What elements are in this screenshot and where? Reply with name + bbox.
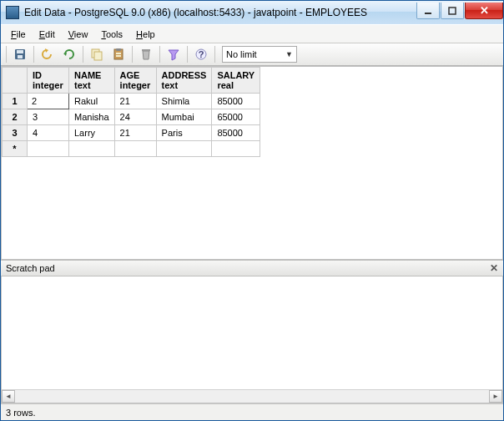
separator <box>214 46 215 63</box>
minimize-button[interactable] <box>416 3 440 19</box>
cell[interactable] <box>28 141 69 157</box>
app-icon <box>6 6 19 19</box>
limit-dropdown[interactable]: No limit ▼ <box>222 46 297 63</box>
delete-icon[interactable] <box>136 45 156 63</box>
help-icon[interactable]: ? <box>191 45 211 63</box>
paste-icon[interactable] <box>108 45 129 63</box>
refresh-icon[interactable] <box>59 45 79 63</box>
svg-text:?: ? <box>199 49 204 59</box>
separator <box>83 46 83 63</box>
toolbar: ? No limit ▼ <box>1 43 503 66</box>
cell[interactable]: Rakul <box>69 94 115 109</box>
cell[interactable]: Larry <box>69 125 115 141</box>
copy-icon[interactable] <box>87 45 107 63</box>
cell[interactable]: Paris <box>156 125 212 141</box>
scroll-track[interactable] <box>15 390 489 403</box>
titlebar[interactable]: Edit Data - PostgreSQL 9.0 (x86) (localh… <box>1 1 503 24</box>
cell[interactable]: 85000 <box>212 125 260 141</box>
separator <box>187 46 188 63</box>
cell[interactable]: 65000 <box>212 109 260 125</box>
menubar: File Edit View Tools Help <box>1 24 503 43</box>
window-title: Edit Data - PostgreSQL 9.0 (x86) (localh… <box>24 7 416 18</box>
table-row[interactable]: 2 3 Manisha 24 Mumbai 65000 <box>3 109 260 125</box>
app-window: Edit Data - PostgreSQL 9.0 (x86) (localh… <box>0 0 504 421</box>
scroll-left-icon[interactable]: ◄ <box>2 390 15 403</box>
cell[interactable]: 2 <box>28 94 69 109</box>
cell[interactable]: Mumbai <box>156 109 212 125</box>
menu-tools[interactable]: Tools <box>94 28 129 41</box>
svg-rect-10 <box>116 55 121 57</box>
svg-rect-8 <box>116 48 121 51</box>
header-row: IDinteger NAMEtext AGEinteger ADDRESStex… <box>3 68 260 94</box>
cell[interactable]: 21 <box>114 125 156 141</box>
row-number[interactable]: 3 <box>3 125 28 141</box>
menu-edit[interactable]: Edit <box>33 28 62 41</box>
col-header-age[interactable]: AGEinteger <box>114 68 156 94</box>
col-header-address[interactable]: ADDRESStext <box>156 68 212 94</box>
cell[interactable]: 85000 <box>212 94 260 109</box>
content-area: IDinteger NAMEtext AGEinteger ADDRESStex… <box>1 66 503 403</box>
cell[interactable] <box>212 141 260 157</box>
status-bar: 3 rows. <box>1 403 503 420</box>
cell[interactable] <box>114 141 156 157</box>
col-header-salary[interactable]: SALARYreal <box>212 68 260 94</box>
close-button[interactable]: ✕ <box>465 3 503 19</box>
cell[interactable] <box>69 141 115 157</box>
row-number[interactable]: 1 <box>3 94 28 109</box>
scratch-pad-label: Scratch pad <box>6 263 55 273</box>
row-number[interactable]: 2 <box>3 109 28 125</box>
table-row[interactable]: 1 2 Rakul 21 Shimla 85000 <box>3 94 260 109</box>
cell[interactable]: Shimla <box>156 94 212 109</box>
separator <box>159 46 160 63</box>
table-row-new[interactable]: * <box>3 141 260 157</box>
menu-file[interactable]: File <box>4 28 33 41</box>
svg-rect-3 <box>17 50 23 53</box>
separator <box>33 46 34 63</box>
menu-view[interactable]: View <box>62 28 95 41</box>
chevron-down-icon: ▼ <box>285 50 293 58</box>
cell[interactable]: Manisha <box>69 109 115 125</box>
limit-value: No limit <box>226 49 257 59</box>
horizontal-scrollbar[interactable]: ◄ ► <box>2 389 502 403</box>
separator <box>6 46 7 63</box>
menu-help[interactable]: Help <box>129 28 162 41</box>
svg-rect-0 <box>425 13 431 14</box>
status-text: 3 rows. <box>6 408 35 418</box>
undo-icon[interactable] <box>38 45 58 63</box>
svg-rect-1 <box>449 8 456 14</box>
scratch-pad-area[interactable]: ◄ ► <box>1 276 503 403</box>
scratch-pad-header[interactable]: Scratch pad ✕ <box>1 260 503 276</box>
col-header-name[interactable]: NAMEtext <box>69 68 115 94</box>
data-grid[interactable]: IDinteger NAMEtext AGEinteger ADDRESStex… <box>1 66 503 260</box>
close-icon[interactable]: ✕ <box>490 262 498 274</box>
cell[interactable]: 21 <box>114 94 156 109</box>
cell[interactable]: 24 <box>114 109 156 125</box>
col-header-id[interactable]: IDinteger <box>28 68 69 94</box>
window-controls: ✕ <box>416 3 503 19</box>
scroll-right-icon[interactable]: ► <box>489 390 502 403</box>
svg-rect-4 <box>18 55 23 58</box>
svg-rect-11 <box>142 49 150 51</box>
svg-rect-9 <box>116 53 121 54</box>
row-number[interactable]: * <box>3 141 28 157</box>
table-row[interactable]: 3 4 Larry 21 Paris 85000 <box>3 125 260 141</box>
cell[interactable]: 4 <box>28 125 69 141</box>
filter-icon[interactable] <box>164 45 184 63</box>
cell[interactable] <box>156 141 212 157</box>
maximize-button[interactable] <box>441 3 464 19</box>
corner-cell[interactable] <box>3 68 28 94</box>
svg-rect-6 <box>94 52 102 60</box>
separator <box>132 46 133 63</box>
cell[interactable]: 3 <box>28 109 69 125</box>
save-icon[interactable] <box>10 45 30 63</box>
